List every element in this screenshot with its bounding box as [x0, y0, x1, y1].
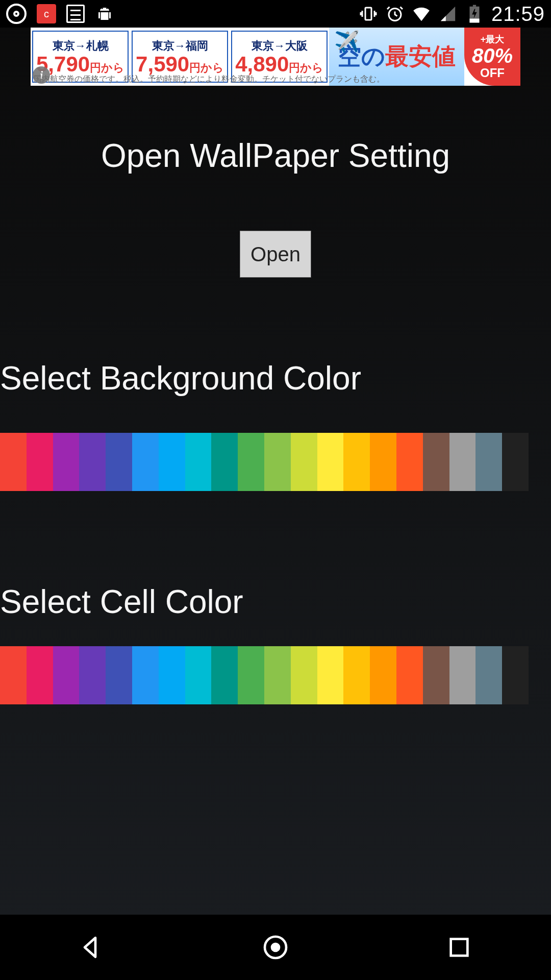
color-swatch[interactable] — [449, 433, 476, 491]
android-icon — [95, 4, 114, 23]
ad-route: 東京→大阪 — [252, 38, 308, 54]
color-swatch[interactable] — [396, 646, 423, 704]
home-icon — [261, 933, 290, 962]
color-swatch[interactable] — [53, 646, 80, 704]
color-swatch[interactable] — [317, 646, 344, 704]
color-swatch[interactable] — [423, 433, 449, 491]
color-swatch[interactable] — [132, 433, 159, 491]
ad-price: 4,890円から — [235, 54, 323, 75]
svg-rect-6 — [469, 19, 479, 23]
nav-home-button[interactable] — [224, 933, 327, 962]
svg-rect-5 — [473, 5, 476, 7]
color-swatch[interactable] — [27, 646, 53, 704]
color-swatch[interactable] — [211, 433, 238, 491]
color-swatch[interactable] — [343, 433, 370, 491]
color-swatch[interactable] — [185, 646, 212, 704]
color-swatch[interactable] — [159, 646, 185, 704]
document-icon — [66, 5, 85, 23]
target-ring-icon — [6, 4, 27, 24]
background-color-palette[interactable] — [0, 433, 529, 491]
color-swatch[interactable] — [0, 433, 27, 491]
navigation-bar — [0, 915, 551, 980]
wifi-full-icon — [412, 4, 431, 23]
cell-color-label: Select Cell Color — [0, 583, 551, 621]
ad-mid-text-red: 最安値 — [385, 41, 456, 72]
color-swatch[interactable] — [106, 433, 132, 491]
color-swatch[interactable] — [370, 646, 396, 704]
color-swatch[interactable] — [291, 646, 317, 704]
color-swatch[interactable] — [185, 433, 212, 491]
background-color-label: Select Background Color — [0, 359, 551, 397]
alarm-icon — [385, 4, 405, 23]
airplane-icon: ✈️ — [334, 30, 360, 54]
status-bar: c 21:59 — [0, 0, 551, 28]
cell-signal-weak-icon — [438, 4, 458, 23]
color-swatch[interactable] — [53, 433, 80, 491]
status-bar-clock: 21:59 — [491, 3, 545, 26]
color-swatch[interactable] — [79, 433, 106, 491]
color-swatch[interactable] — [79, 646, 106, 704]
color-swatch[interactable] — [343, 646, 370, 704]
nav-recent-button[interactable] — [408, 933, 510, 962]
vibrate-icon — [359, 4, 378, 23]
ad-footnote: 国内航空券の価格です。税込。予約時期などにより料金変動。チケット付でないプランも… — [34, 74, 459, 85]
color-swatch[interactable] — [264, 433, 291, 491]
color-swatch[interactable] — [449, 646, 476, 704]
svg-point-1 — [106, 8, 107, 9]
color-swatch[interactable] — [475, 433, 502, 491]
color-swatch[interactable] — [502, 646, 529, 704]
ad-discount-badge: +最大 80% OFF — [464, 28, 520, 86]
ad-price: 7,590円から — [136, 54, 224, 75]
comic-app-icon: c — [37, 4, 56, 23]
color-swatch[interactable] — [502, 433, 529, 491]
recent-apps-icon — [445, 933, 473, 962]
ad-banner[interactable]: i 東京→札幌 5,790円から 東京→福岡 7,590円から 東京→大阪 4,… — [31, 28, 520, 86]
color-swatch[interactable] — [106, 646, 132, 704]
ad-off-label: OFF — [480, 66, 505, 80]
color-swatch[interactable] — [475, 646, 502, 704]
ad-off-top: +最大 — [481, 33, 505, 45]
nav-back-button[interactable] — [41, 933, 143, 962]
color-swatch[interactable] — [238, 646, 264, 704]
open-button[interactable]: Open — [240, 231, 311, 278]
page-title: Open WallPaper Setting — [0, 137, 551, 175]
color-swatch[interactable] — [211, 646, 238, 704]
svg-point-0 — [102, 8, 103, 9]
color-swatch[interactable] — [264, 646, 291, 704]
ad-off-pct: 80% — [472, 45, 513, 66]
ad-route: 東京→福岡 — [152, 38, 208, 54]
color-swatch[interactable] — [423, 646, 449, 704]
color-swatch[interactable] — [238, 433, 264, 491]
ad-route: 東京→札幌 — [53, 38, 109, 54]
color-swatch[interactable] — [132, 646, 159, 704]
svg-rect-9 — [451, 939, 468, 956]
svg-point-8 — [271, 943, 281, 952]
cell-color-palette[interactable] — [0, 646, 529, 704]
status-bar-right: 21:59 — [359, 3, 545, 26]
status-bar-left: c — [6, 4, 114, 24]
battery-charging-low-icon — [465, 4, 484, 23]
color-swatch[interactable] — [27, 433, 53, 491]
svg-rect-2 — [365, 8, 371, 20]
color-swatch[interactable] — [291, 433, 317, 491]
color-swatch[interactable] — [0, 646, 27, 704]
color-swatch[interactable] — [159, 433, 185, 491]
color-swatch[interactable] — [317, 433, 344, 491]
color-swatch[interactable] — [396, 433, 423, 491]
back-icon — [78, 933, 106, 962]
color-swatch[interactable] — [370, 433, 396, 491]
